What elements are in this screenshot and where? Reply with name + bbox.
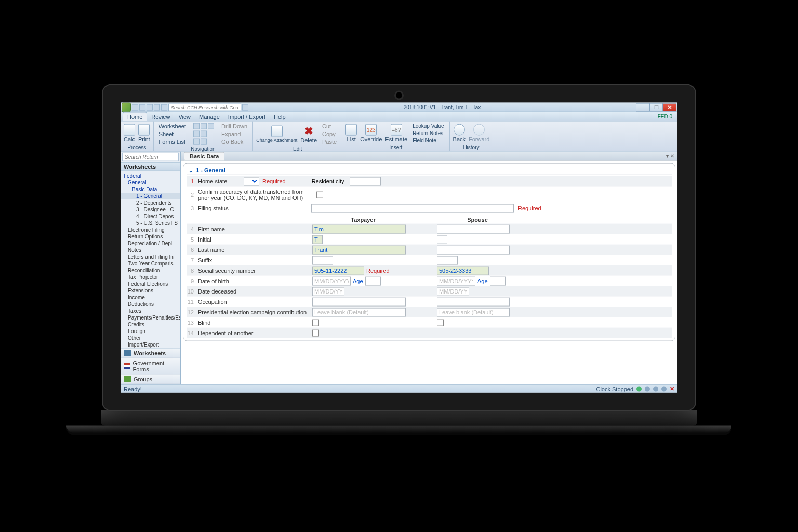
estimate-button[interactable]: =8?Estimate [385,124,407,142]
back-button[interactable]: Back [453,124,466,142]
age-tp-input[interactable] [365,276,381,285]
tab-dropdown-icon[interactable]: ▾ ✕ [666,153,674,159]
section-header[interactable]: ⌄1 - General [187,166,672,175]
initial-sp-input[interactable] [437,235,447,244]
suffix-sp-input[interactable] [437,256,458,264]
search-go-icon[interactable] [242,104,248,110]
qa-icon[interactable] [132,104,138,110]
tree-item[interactable]: Notes [121,247,180,254]
deceased-sp-input[interactable] [437,287,469,296]
content-tab[interactable]: Basic Data [184,152,224,161]
tree-item[interactable]: Import/Export [121,341,180,348]
tab-government-forms[interactable]: Government Forms [121,358,180,375]
delete-button[interactable]: ✖Delete [300,125,317,143]
menu-help[interactable]: Help [270,112,290,121]
nav-go-back[interactable]: Go Back [219,138,249,145]
status-icon[interactable] [636,386,642,391]
tree-item[interactable]: General [121,179,180,186]
tree-item[interactable]: Federal Elections [121,281,180,287]
change-attachment-button[interactable]: Change Attachment [256,125,297,142]
tree-item[interactable]: 1 - General [121,193,180,200]
status-icon[interactable] [661,386,667,391]
confirm-accuracy-checkbox[interactable] [316,191,323,198]
forward-button[interactable]: Forward [469,124,489,142]
occupation-tp-input[interactable] [312,297,406,306]
tree-item[interactable]: 2 - Dependents [121,200,180,206]
status-close-icon[interactable]: ✕ [670,385,674,392]
tab-worksheets[interactable]: Worksheets [121,349,180,358]
nav-icon[interactable] [201,139,207,145]
menu-review[interactable]: Review [147,112,174,121]
qa-icon[interactable] [161,104,167,110]
calc-button[interactable]: Calc [124,124,135,142]
list-button[interactable]: List [345,124,357,142]
print-button[interactable]: Print [138,124,150,142]
nav-icon[interactable] [193,131,200,137]
tree-item[interactable]: Extensions [121,287,180,294]
menu-manage[interactable]: Manage [195,112,224,121]
nav-sheet[interactable]: Sheet [157,130,188,138]
tree-view[interactable]: FederalGeneralBasic Data1 - General2 - D… [121,171,180,348]
status-icon[interactable] [653,386,658,391]
tree-item[interactable]: Two-Year Comparis [121,260,180,267]
dependent-tp-checkbox[interactable] [312,329,319,336]
first-name-tp-input[interactable] [312,224,406,233]
initial-tp-input[interactable] [312,235,323,244]
cut-button[interactable]: Cut [320,123,339,130]
tree-item[interactable]: Deductions [121,301,180,308]
tree-item[interactable]: 5 - U.S. Series I S [121,220,180,227]
tree-item[interactable]: Letters and Filing In [121,254,180,260]
return-notes-button[interactable]: Return Notes [410,130,446,137]
occupation-sp-input[interactable] [437,297,510,306]
resident-city-input[interactable] [350,177,381,185]
tree-item[interactable]: Payments/Penalties/Est [121,314,180,321]
qa-icon[interactable] [139,104,145,110]
search-return-input[interactable] [122,153,179,161]
search-cch-input[interactable] [168,103,241,111]
ssn-tp-input[interactable] [312,266,364,275]
tree-item[interactable]: Depreciation / Depl [121,240,180,247]
qa-icon[interactable] [154,104,160,110]
deceased-tp-input[interactable] [312,287,344,296]
nav-icon[interactable] [193,139,200,145]
filing-status-input[interactable] [311,204,514,212]
tree-item[interactable]: Tax Projector [121,274,180,281]
nav-worksheet[interactable]: Worksheet [157,123,188,130]
maximize-button[interactable]: ☐ [649,103,663,111]
tree-item[interactable]: Return Options [121,233,180,240]
suffix-tp-input[interactable] [312,256,333,264]
tree-item[interactable]: 4 - Direct Depos [121,213,180,220]
nav-icon[interactable] [193,123,200,129]
nav-expand[interactable]: Expand [219,130,249,138]
menu-home[interactable]: Home [123,112,147,121]
tree-item[interactable]: Taxes [121,308,180,314]
menu-import-export[interactable]: Import / Export [224,112,270,121]
last-name-sp-input[interactable] [437,245,510,254]
last-name-tp-input[interactable] [312,245,406,254]
first-name-sp-input[interactable] [437,224,510,233]
field-note-button[interactable]: Field Note [410,137,446,144]
tree-item[interactable]: Reconciliation [121,267,180,274]
nav-drill-down[interactable]: Drill Down [219,123,249,130]
minimize-button[interactable]: — [636,103,649,111]
tree-item[interactable]: Other [121,335,180,341]
tree-item[interactable]: Income [121,294,180,301]
menu-view[interactable]: View [174,112,195,121]
tree-item[interactable]: Electronic Filing [121,227,180,233]
tree-item[interactable]: Basic Data [121,186,180,193]
nav-icon[interactable] [201,123,207,129]
presidential-sp-input[interactable] [437,308,510,316]
copy-button[interactable]: Copy [320,130,339,138]
blind-sp-checkbox[interactable] [437,319,444,326]
qa-icon[interactable] [147,104,153,110]
age-sp-input[interactable] [490,276,506,285]
tree-item[interactable]: 3 - Designee - C [121,206,180,213]
nav-icon[interactable] [201,131,207,137]
nav-icon[interactable] [208,123,214,129]
tree-item[interactable]: Foreign [121,328,180,335]
dob-sp-input[interactable] [437,276,475,285]
presidential-tp-input[interactable] [312,308,406,316]
close-button[interactable]: ✕ [663,103,676,111]
home-state-select[interactable] [244,177,259,185]
tree-item[interactable]: Credits [121,321,180,328]
